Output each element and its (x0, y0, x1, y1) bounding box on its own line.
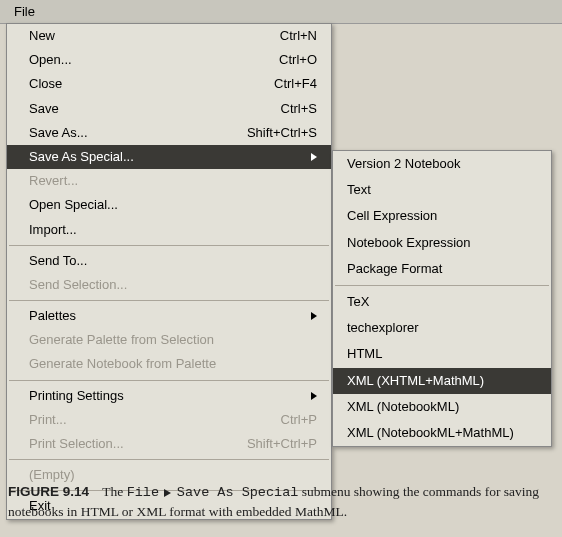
menu-new[interactable]: New Ctrl+N (7, 24, 331, 48)
menu-save-as-special[interactable]: Save As Special... (7, 145, 331, 169)
triangle-right-icon (164, 489, 171, 497)
chevron-right-icon (311, 312, 317, 320)
menu-label: Send To... (29, 252, 87, 270)
menu-label: Send Selection... (29, 276, 127, 294)
menu-label: Generate Palette from Selection (29, 331, 214, 349)
chevron-right-icon (311, 153, 317, 161)
menu-print-selection: Print Selection... Shift+Ctrl+P (7, 432, 331, 456)
menu-separator (9, 459, 329, 460)
menubar-file[interactable]: File (6, 2, 43, 21)
menu-save-as[interactable]: Save As... Shift+Ctrl+S (7, 121, 331, 145)
menu-label: Save (29, 100, 59, 118)
figure-label: FIGURE 9.14 (8, 484, 89, 499)
menu-label: New (29, 27, 55, 45)
submenu-text[interactable]: Text (333, 177, 551, 203)
menu-label: Save As Special... (29, 148, 134, 166)
menu-open[interactable]: Open... Ctrl+O (7, 48, 331, 72)
menu-shortcut: Shift+Ctrl+P (247, 435, 317, 453)
menu-send-to[interactable]: Send To... (7, 249, 331, 273)
menu-label: Printing Settings (29, 387, 124, 405)
menu-label: Save As... (29, 124, 88, 142)
menu-import[interactable]: Import... (7, 218, 331, 242)
menu-send-selection: Send Selection... (7, 273, 331, 297)
menu-close[interactable]: Close Ctrl+F4 (7, 72, 331, 96)
submenu-html[interactable]: HTML (333, 341, 551, 367)
menu-label: Palettes (29, 307, 76, 325)
caption-mono: File (127, 485, 159, 500)
menu-shortcut: Ctrl+S (281, 100, 317, 118)
submenu-package-format[interactable]: Package Format (333, 256, 551, 282)
menu-label: Open Special... (29, 196, 118, 214)
submenu-xml-notebookml-mathml[interactable]: XML (NotebookML+MathML) (333, 420, 551, 446)
menu-label: (Empty) (29, 466, 75, 484)
menu-open-special[interactable]: Open Special... (7, 193, 331, 217)
submenu-cell-expression[interactable]: Cell Expression (333, 203, 551, 229)
menu-separator (9, 300, 329, 301)
submenu-xml-xhtml-mathml[interactable]: XML (XHTML+MathML) (333, 368, 551, 394)
submenu-notebook-expression[interactable]: Notebook Expression (333, 230, 551, 256)
menu-shortcut: Ctrl+O (279, 51, 317, 69)
caption-text: The (102, 484, 126, 499)
figure-caption: FIGURE 9.14 The File Save As Special sub… (8, 483, 554, 522)
file-menu: New Ctrl+N Open... Ctrl+O Close Ctrl+F4 … (6, 23, 332, 520)
menu-label: Revert... (29, 172, 78, 190)
menu-label: Open... (29, 51, 72, 69)
caption-mono: Save As Special (177, 485, 299, 500)
menu-palettes[interactable]: Palettes (7, 304, 331, 328)
save-as-special-submenu: Version 2 Notebook Text Cell Expression … (332, 150, 552, 447)
menu-separator (9, 380, 329, 381)
submenu-version2-notebook[interactable]: Version 2 Notebook (333, 151, 551, 177)
menu-print: Print... Ctrl+P (7, 408, 331, 432)
submenu-xml-notebookml[interactable]: XML (NotebookML) (333, 394, 551, 420)
menu-label: Print Selection... (29, 435, 124, 453)
menu-separator (9, 245, 329, 246)
menu-separator (335, 285, 549, 286)
menu-shortcut: Ctrl+F4 (274, 75, 317, 93)
menu-revert: Revert... (7, 169, 331, 193)
menu-save[interactable]: Save Ctrl+S (7, 97, 331, 121)
submenu-tex[interactable]: TeX (333, 289, 551, 315)
menu-shortcut: Ctrl+P (281, 411, 317, 429)
menu-label: Close (29, 75, 62, 93)
menu-shortcut: Ctrl+N (280, 27, 317, 45)
menu-generate-notebook: Generate Notebook from Palette (7, 352, 331, 376)
menu-generate-palette: Generate Palette from Selection (7, 328, 331, 352)
menu-label: Import... (29, 221, 77, 239)
chevron-right-icon (311, 392, 317, 400)
menu-printing-settings[interactable]: Printing Settings (7, 384, 331, 408)
menu-label: Generate Notebook from Palette (29, 355, 216, 373)
menubar: File (0, 0, 562, 24)
menu-label: Print... (29, 411, 67, 429)
submenu-techexplorer[interactable]: techexplorer (333, 315, 551, 341)
menu-shortcut: Shift+Ctrl+S (247, 124, 317, 142)
